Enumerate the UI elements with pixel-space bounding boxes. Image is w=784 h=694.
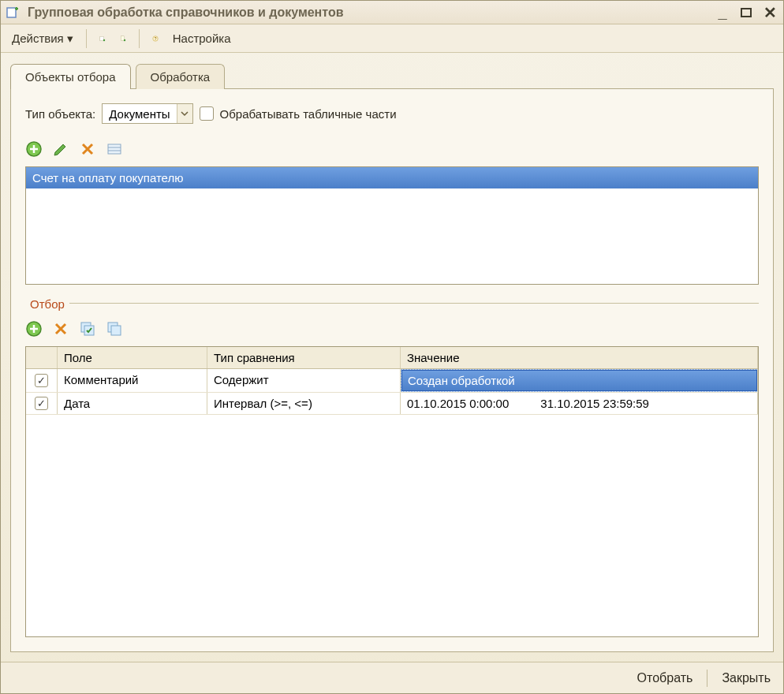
process-tabular-checkbox[interactable]: [200, 106, 214, 121]
actions-label: Действия: [12, 32, 64, 45]
grid-row[interactable]: ✓ Дата Интервал (>=, <=) 01.10.2015 0:00…: [26, 393, 758, 415]
main-toolbar: Действия ▾ ? Настройка: [1, 24, 783, 53]
cell-field[interactable]: Дата: [58, 393, 207, 414]
add-icon[interactable]: [25, 140, 43, 158]
content-area: Объекты отбора Обработка Тип объекта: До…: [1, 53, 783, 662]
add-icon[interactable]: [25, 320, 43, 338]
list-item[interactable]: Счет на оплату покупателю: [26, 167, 758, 188]
svg-rect-0: [7, 8, 16, 17]
tab-processing[interactable]: Обработка: [136, 64, 226, 89]
separator: [707, 670, 707, 687]
header-check: [26, 347, 58, 368]
app-icon: [6, 6, 20, 20]
header-field: Поле: [58, 347, 207, 368]
footer: Отобрать Закрыть: [1, 662, 783, 693]
actions-menu[interactable]: Действия ▾: [7, 30, 78, 47]
process-tabular-label: Обрабатывать табличные части: [220, 107, 397, 121]
chevron-down-icon[interactable]: [177, 104, 192, 123]
main-window: Групповая обработка справочников и докум…: [0, 0, 784, 694]
cell-field[interactable]: Комментарий: [58, 369, 207, 392]
header-value: Значение: [401, 347, 758, 368]
row-checkbox[interactable]: ✓: [35, 397, 48, 410]
list-toolbar: [25, 138, 759, 160]
tab-panel: Тип объекта: Документы Обрабатывать табл…: [10, 88, 774, 652]
tab-row: Объекты отбора Обработка: [10, 62, 774, 89]
settings-button[interactable]: Настройка: [168, 30, 236, 47]
check-all-icon[interactable]: [79, 320, 96, 338]
separator: [139, 29, 140, 48]
svg-text:?: ?: [154, 36, 156, 41]
select-button[interactable]: Отобрать: [637, 671, 693, 685]
close-button[interactable]: ✕: [761, 4, 778, 21]
filter-toolbar: [25, 318, 759, 340]
minimize-button[interactable]: _: [714, 4, 731, 21]
toolbar-icon-1[interactable]: [95, 31, 110, 47]
uncheck-all-icon[interactable]: [106, 320, 123, 338]
window-title: Групповая обработка справочников и докум…: [28, 6, 707, 20]
object-type-value: Документы: [103, 107, 176, 121]
edit-icon[interactable]: [52, 140, 69, 158]
tab-selection-objects[interactable]: Объекты отбора: [10, 64, 131, 89]
date-to: 31.10.2015 23:59:59: [540, 397, 649, 410]
detail-icon[interactable]: [106, 140, 123, 158]
svg-point-5: [124, 39, 125, 40]
object-list[interactable]: Счет на оплату покупателю: [25, 166, 759, 285]
row-checkbox[interactable]: ✓: [35, 374, 48, 387]
maximize-button[interactable]: [737, 4, 755, 21]
dropdown-icon: ▾: [67, 32, 73, 46]
toolbar-icon-2[interactable]: [115, 31, 131, 47]
cell-value[interactable]: 01.10.2015 0:00:00 31.10.2015 23:59:59: [401, 393, 758, 414]
settings-label: Настройка: [173, 32, 231, 45]
svg-rect-9: [108, 144, 121, 154]
separator: [86, 29, 87, 48]
close-button[interactable]: Закрыть: [722, 671, 771, 685]
svg-point-3: [103, 39, 105, 40]
grid-row[interactable]: ✓ Комментарий Содержит Создан обработкой: [26, 369, 758, 393]
svg-rect-16: [111, 326, 121, 335]
filter-grid: Поле Тип сравнения Значение ✓ Комментари…: [25, 346, 759, 637]
object-type-row: Тип объекта: Документы Обрабатывать табл…: [25, 103, 759, 124]
delete-icon[interactable]: [79, 140, 96, 158]
cell-comparison[interactable]: Содержит: [207, 369, 401, 392]
cell-value[interactable]: Создан обработкой: [401, 369, 758, 392]
object-type-combo[interactable]: Документы: [102, 103, 192, 124]
cell-comparison[interactable]: Интервал (>=, <=): [207, 393, 401, 414]
svg-rect-1: [741, 9, 751, 17]
filter-group: Поле Тип сравнения Значение ✓ Комментари…: [25, 303, 759, 637]
grid-header: Поле Тип сравнения Значение: [26, 347, 758, 369]
filter-group-label: Отбор: [25, 297, 69, 311]
titlebar: Групповая обработка справочников и докум…: [1, 1, 783, 24]
date-from: 01.10.2015 0:00:00: [407, 397, 509, 410]
header-comparison: Тип сравнения: [207, 347, 401, 368]
object-type-label: Тип объекта:: [25, 107, 95, 121]
help-button[interactable]: ?: [147, 31, 163, 47]
delete-icon[interactable]: [52, 320, 69, 338]
